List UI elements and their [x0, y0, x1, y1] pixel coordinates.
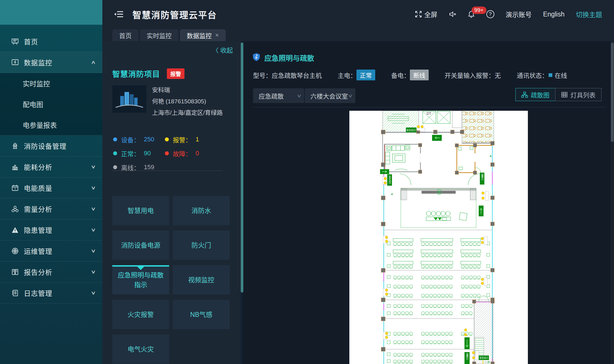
tile-fire-door[interactable]: 防火门 [173, 231, 230, 260]
sidebar-item-hazard-management[interactable]: 隐患管理 ∨ [0, 219, 102, 240]
tile-fire-alarm[interactable]: 火灾报警 [112, 300, 169, 329]
theme-switch[interactable]: 切换主题 [576, 9, 602, 19]
dot-icon [113, 165, 117, 169]
account-name[interactable]: 演示账号 [506, 9, 532, 19]
main-area: 应急照明与疏散 型号： 应急疏散琴台主机 主电： 正常 备电： 断线 开关量输入… [243, 41, 614, 364]
header: 智慧消防管理云平台 全屏 99+ ? 演示账号 English 切换主题 [102, 0, 614, 41]
smart-fire-platform: 首页 数据监控 ∧ 实时监控 配电图 电参量报表 消防设备管理 [0, 0, 614, 364]
logo-block [0, 0, 102, 25]
sidebar-item-ops-management[interactable]: 运维管理 ∨ [0, 240, 102, 262]
project-title-row: 智慧消防项目 报警 [112, 68, 184, 79]
alarm-badge: 报警 [167, 68, 184, 79]
stat-alarms: 报警：1 [165, 135, 217, 144]
sidebar-item-fire-equipment[interactable]: 消防设备管理 [0, 135, 102, 156]
tile-smart-power[interactable]: 智慧用电 [112, 196, 169, 225]
close-tab-icon[interactable]: × [215, 32, 219, 39]
report-icon [11, 268, 19, 276]
elevator-label: DT [427, 112, 432, 116]
notebook-icon [11, 289, 19, 297]
model-value: 应急疏散琴台主机 [272, 70, 322, 80]
menu-fold-icon[interactable] [114, 10, 124, 19]
content: 〈 收起 智慧消防项目 报警 [102, 41, 614, 364]
sidebar-subitem-realtime[interactable]: 实时监控 [0, 73, 102, 94]
sidebar-item-label: 隐患管理 [24, 225, 52, 235]
company-name: 安科瑞 [152, 85, 223, 94]
sidebar-item-data-monitoring[interactable]: 数据监控 ∧ [0, 52, 102, 73]
section-title: 应急照明与疏散 [264, 53, 314, 63]
stat-devices: 设备：250 [113, 135, 165, 144]
fullscreen-label: 全屏 [424, 9, 437, 19]
system-select[interactable]: 应急疏散 ∨ [253, 88, 304, 103]
mute-icon[interactable] [449, 11, 456, 18]
sidebar-item-demand-analysis[interactable]: 需量分析 ∨ [0, 198, 102, 219]
chevron-down-icon: ∨ [90, 164, 96, 170]
project-panel: 〈 收起 智慧消防项目 报警 [102, 41, 241, 364]
app-title: 智慧消防管理云平台 [132, 8, 217, 21]
tab-realtime[interactable]: 实时监控 [140, 29, 179, 41]
header-top: 智慧消防管理云平台 全屏 99+ ? 演示账号 English 切换主题 [102, 0, 614, 28]
sidebar-item-home[interactable]: 首页 [0, 31, 102, 52]
sidebar-item-report-analysis[interactable]: 报告分析 ∨ [0, 262, 102, 283]
tile-fire-water[interactable]: 消防水 [173, 196, 230, 225]
chevron-down-icon: ∨ [90, 185, 96, 191]
main-power-group: 主电： 正常 [338, 70, 375, 80]
warning-triangle-icon [11, 226, 19, 234]
sidebar-menu: 首页 数据监控 ∧ 实时监控 配电图 电参量报表 消防设备管理 [0, 25, 102, 304]
dot-icon [165, 137, 169, 141]
section-head: 应急照明与疏散 [252, 53, 314, 63]
chevron-down-icon: ∨ [90, 290, 96, 296]
lamp-list-button[interactable]: 灯具列表 [555, 88, 601, 101]
ops-globe-icon [11, 247, 19, 255]
tile-emergency-lighting[interactable]: 应急照明与疏散指示 [112, 265, 169, 294]
tab-home[interactable]: 首页 [112, 29, 138, 41]
project-title: 智慧消防项目 [112, 68, 160, 79]
sidebar-item-power-quality[interactable]: 电能质量 ∨ [0, 177, 102, 198]
help-icon[interactable]: ? [486, 10, 494, 18]
tab-data-monitoring[interactable]: 数据监控 × [180, 29, 226, 41]
sidebar-item-label: 电能质量 [24, 183, 52, 193]
evacuation-floorplan[interactable]: DT 安全出口 [349, 111, 528, 364]
sidebar-item-label: 首页 [24, 36, 38, 46]
sidebar-item-label: 能耗分析 [24, 162, 52, 172]
sidebar-item-log-management[interactable]: 日志管理 ∨ [0, 283, 102, 304]
notification-badge: 99+ [472, 7, 486, 14]
calendar-bolt-icon [11, 184, 19, 192]
sidebar-item-energy-analysis[interactable]: 能耗分析 ∨ [0, 156, 102, 177]
project-info: 安科瑞 何艳 (18761508305) 上海市/上海/嘉定区/育绿路 [112, 85, 223, 116]
tile-nb-gas[interactable]: NB气感 [173, 300, 230, 329]
language-switch[interactable]: English [543, 11, 565, 18]
sidebar-item-label: 日志管理 [24, 288, 52, 298]
sidebar-subitem-distribution-diagram[interactable]: 配电图 [0, 94, 102, 114]
subsystem-tiles: 智慧用电 消防水 消防设备电源 防火门 应急照明与疏散指示 视频监控 火灾报警 … [112, 196, 230, 364]
page-scrollbar[interactable] [611, 41, 614, 364]
notifications-bell-icon[interactable]: 99+ [468, 11, 475, 18]
project-address: 上海市/上海/嘉定区/育绿路 [152, 108, 223, 116]
data-monitor-icon [11, 58, 19, 67]
project-logo [112, 85, 146, 113]
collapse-panel-button[interactable]: 〈 收起 [212, 45, 233, 54]
chevron-down-icon: ∨ [90, 269, 96, 275]
scrollbar-thumb[interactable] [241, 43, 243, 292]
submenu-data-monitoring: 实时监控 配电图 电参量报表 [0, 73, 102, 135]
sidebar-item-label: 报告分析 [24, 267, 52, 277]
dot-icon [113, 151, 117, 155]
fullscreen-button[interactable]: 全屏 [415, 9, 437, 19]
online-square-icon [549, 73, 552, 77]
panel-scrollbar[interactable] [241, 41, 243, 364]
chevron-left-icon: 〈 [212, 47, 219, 54]
sidebar-subitem-electric-report[interactable]: 电参量报表 [0, 114, 102, 135]
sidebar-item-label: 运维管理 [24, 246, 52, 256]
tile-fire-equipment-power[interactable]: 消防设备电源 [112, 231, 169, 260]
room-select[interactable]: 六楼大会议室 ∨ [305, 88, 355, 103]
filter-selects: 应急疏散 ∨ 六楼大会议室 ∨ [253, 88, 355, 103]
scrollbar-thumb[interactable] [611, 43, 614, 142]
fire-hydrant-icon [11, 142, 19, 150]
chevron-down-icon: ∨ [347, 93, 353, 99]
panel-divider [112, 171, 223, 171]
tile-video-monitoring[interactable]: 视频监控 [173, 265, 230, 294]
tab-bar: 首页 实时监控 数据监控 × [112, 29, 226, 41]
project-meta: 安科瑞 何艳 (18761508305) 上海市/上海/嘉定区/育绿路 [152, 85, 223, 116]
device-info-row: 型号： 应急疏散琴台主机 主电： 正常 备电： 断线 开关量输入报警： 无 通讯… [253, 70, 583, 80]
tile-electrical-fire[interactable]: 电气火灾 [112, 334, 169, 364]
evacuation-map-button[interactable]: 疏散图 [515, 88, 555, 101]
